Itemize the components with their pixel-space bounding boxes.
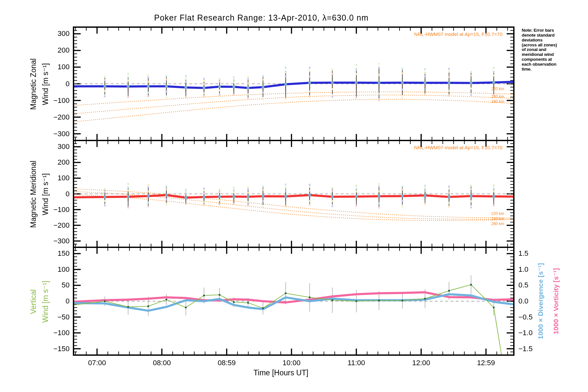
model-altitude-label: 260 km [491,99,514,104]
x-tick-label: 12:59 [468,359,504,367]
y-tick-label-zonal: 0 [43,80,70,88]
y-tick-label-vertical: −100 [43,329,70,337]
y-tick-label-zonal: −300 [43,130,70,138]
y-tick-label-right: 1.0 [518,265,548,274]
model-altitude-label: 220 km [491,211,514,216]
x-tick-label: 12:00 [403,359,439,367]
y-tick-label-vertical: −50 [43,313,70,321]
model-legend-zonal: NRL-HWM07 model at Ap=15, F10.7=70 [398,31,502,37]
y-tick-label-vertical: 150 [43,249,70,258]
y-tick-label-right: −1.0 [518,329,548,337]
y-tick-label-right: 0.5 [518,281,548,289]
y-tick-label-zonal: 300 [43,29,70,38]
y-tick-label-meridional: 200 [43,158,70,167]
y-tick-label-meridional: 300 [43,142,70,151]
y-tick-label-vertical: −150 [43,345,70,353]
model-altitude-label: 240 km [491,217,514,221]
y-tick-label-zonal: 200 [43,46,70,55]
y-tick-label-right: 0.0 [518,297,548,305]
y-tick-label-right: 1.5 [518,249,548,258]
x-tick-label: 08:59 [209,359,245,367]
y-tick-label-meridional: −300 [43,237,70,245]
y-tick-label-vertical: 100 [43,265,70,274]
y-tick-label-right: −1.5 [518,345,548,353]
y-axis-title-vertical-1: Vertical [29,243,38,361]
y-axis-title-meridional-1: Magnetic Meridional [29,136,38,253]
page-title: Poker Flat Research Range: 13-Apr-2010, … [65,13,457,23]
y-tick-label-meridional: −200 [43,221,70,230]
y-tick-label-meridional: 100 [43,174,70,182]
y-tick-label-right: −0.5 [518,313,548,321]
y-tick-label-zonal: −100 [43,96,70,105]
model-legend-meridional: NRL-HWM07 model at Ap=15, F10.7=70 [398,145,502,150]
model-altitude-label: 240 km [491,94,514,99]
x-tick-label: 08:00 [144,359,180,367]
x-tick-label: 11:00 [338,359,374,367]
y-tick-label-zonal: −200 [43,113,70,122]
x-axis-title: Time [Hours UT] [91,368,470,377]
plot-canvas [0,0,588,392]
y-tick-label-vertical: 50 [43,281,70,289]
y-tick-label-meridional: 0 [43,190,70,198]
y-axis-title-vorticity: 1000 × Vorticity [s⁻¹] [552,229,560,373]
y-axis-title-zonal-1: Magnetic Zonal [29,25,38,143]
y-tick-label-zonal: 100 [43,63,70,71]
y-tick-label-meridional: −100 [43,205,70,214]
model-altitude-label: 260 km [491,221,514,226]
y-tick-label-vertical: 0 [43,297,70,305]
model-altitude-label: 220 km [491,87,514,91]
note-text: Note: Error bars denote standard deviati… [522,28,571,72]
fpi-wind-plot-page: Poker Flat Research Range: 13-Apr-2010, … [0,0,588,392]
x-tick-label: 07:00 [79,359,115,367]
x-tick-label: 10:00 [273,359,309,367]
